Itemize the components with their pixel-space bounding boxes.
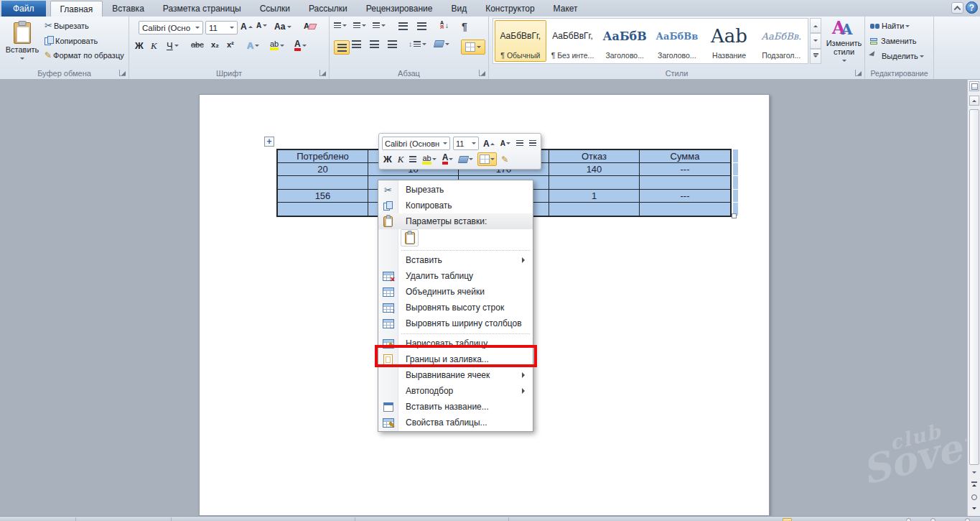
- view-mode-button[interactable]: [783, 518, 792, 521]
- menu-item-merge-cells[interactable]: Объединить ячейки: [378, 284, 533, 300]
- style-card-subtitle[interactable]: АаБбВв. Подзагол...: [755, 20, 807, 62]
- mini-shrink-font-button[interactable]: А: [499, 137, 512, 150]
- table-cell[interactable]: 140: [549, 163, 640, 176]
- change-case-button[interactable]: Аа: [274, 22, 291, 32]
- menu-item-insert-caption[interactable]: Вставить название...: [378, 399, 533, 415]
- gallery-more-button[interactable]: [810, 49, 821, 64]
- shading-button[interactable]: [434, 40, 449, 47]
- gallery-scroll-up-button[interactable]: [810, 18, 821, 33]
- dialog-launcher-paragraph[interactable]: [479, 70, 485, 76]
- increase-indent-button[interactable]: [417, 22, 426, 30]
- menu-item-insert[interactable]: Вставить: [378, 252, 533, 268]
- mini-shading-button[interactable]: [457, 152, 475, 166]
- menu-item-delete-table[interactable]: ✕ Удалить таблицу: [378, 268, 533, 284]
- table-cell[interactable]: 1: [549, 190, 640, 203]
- menu-item-autofit[interactable]: Автоподбор: [378, 383, 533, 399]
- table-resize-handle[interactable]: [732, 213, 737, 218]
- zoom-in-control[interactable]: [965, 518, 970, 521]
- align-center-button[interactable]: [352, 40, 361, 48]
- style-card-normal[interactable]: АаБбВвГг, ¶ Обычный: [495, 20, 546, 62]
- tab-table-design[interactable]: Конструктор: [476, 1, 543, 17]
- table-move-handle[interactable]: +: [264, 137, 274, 147]
- table-cell[interactable]: [549, 203, 640, 216]
- style-card-heading2[interactable]: АаБбВв Заголово...: [651, 20, 703, 62]
- paste-keep-formatting-button[interactable]: [401, 229, 419, 246]
- italic-button[interactable]: К: [151, 40, 157, 52]
- table-cell[interactable]: [549, 176, 640, 189]
- menu-item-copy[interactable]: Копировать: [378, 198, 533, 213]
- table-cell[interactable]: Сумма: [640, 150, 730, 163]
- change-styles-button[interactable]: АА Изменить стили: [824, 19, 864, 64]
- mini-font-color-button[interactable]: А: [441, 152, 455, 166]
- mini-bold-button[interactable]: Ж: [382, 152, 393, 166]
- previous-page-button[interactable]: [969, 480, 979, 490]
- mini-italic-button[interactable]: К: [396, 152, 406, 166]
- dialog-launcher-clipboard[interactable]: [119, 70, 126, 76]
- mini-borders-button[interactable]: [477, 152, 497, 166]
- menu-item-cut[interactable]: ✂ Вырезать: [378, 182, 533, 198]
- table-cell[interactable]: [640, 203, 730, 216]
- dialog-launcher-styles[interactable]: [855, 70, 862, 76]
- grow-font-button[interactable]: А: [241, 22, 253, 32]
- scroll-up-button[interactable]: [969, 96, 979, 106]
- menu-item-distribute-columns[interactable]: ↔ Выровнять ширину столбцов: [378, 315, 533, 331]
- superscript-button[interactable]: х²: [227, 40, 234, 49]
- format-painter-button[interactable]: ✎ Формат по образцу: [45, 51, 124, 60]
- mini-font-size-combo[interactable]: 11: [453, 137, 479, 150]
- mini-decrease-indent-button[interactable]: [515, 137, 525, 150]
- tab-file[interactable]: Файл: [1, 1, 46, 17]
- tab-review[interactable]: Рецензирование: [357, 1, 442, 17]
- mini-increase-indent-button[interactable]: [528, 137, 538, 150]
- bold-button[interactable]: Ж: [135, 40, 144, 51]
- tab-view[interactable]: Вид: [442, 1, 476, 17]
- mini-font-name-combo[interactable]: Calibri (Основн: [382, 137, 450, 150]
- scrollbar-thumb[interactable]: [969, 109, 979, 465]
- table-cell[interactable]: [278, 203, 368, 216]
- decrease-indent-button[interactable]: [398, 22, 408, 30]
- help-button[interactable]: ?: [966, 1, 978, 14]
- menu-item-table-properties[interactable]: ✎ Свойства таблицы...: [378, 415, 533, 430]
- gallery-scroll-down-button[interactable]: [810, 33, 821, 48]
- numbering-button[interactable]: [353, 22, 366, 29]
- tab-references[interactable]: Ссылки: [251, 1, 299, 17]
- underline-button[interactable]: Ч: [167, 40, 179, 51]
- menu-item-cell-alignment[interactable]: Выравнивание ячеек: [378, 367, 533, 383]
- collapse-ribbon-button[interactable]: [951, 2, 963, 14]
- table-cell[interactable]: 20: [278, 163, 368, 176]
- dialog-launcher-font[interactable]: [319, 70, 326, 76]
- table-cell[interactable]: [640, 176, 730, 189]
- paste-button[interactable]: Вставить: [4, 19, 41, 65]
- tab-home[interactable]: Главная: [50, 1, 103, 17]
- sort-button[interactable]: АЯ ↓: [440, 21, 449, 29]
- borders-button[interactable]: [461, 40, 485, 55]
- font-color-button[interactable]: А: [294, 40, 307, 51]
- multilevel-list-button[interactable]: [373, 22, 386, 29]
- table-cell[interactable]: [278, 176, 368, 189]
- shrink-font-button[interactable]: А: [256, 22, 267, 29]
- find-button[interactable]: Найти: [870, 22, 910, 30]
- style-card-no-spacing[interactable]: АаБбВвГг, ¶ Без инте...: [547, 20, 599, 62]
- table-cell[interactable]: Отказ: [549, 150, 640, 163]
- next-page-button[interactable]: [969, 504, 979, 514]
- replace-button[interactable]: Заменить: [870, 37, 916, 45]
- tab-mailings[interactable]: Рассылки: [299, 1, 357, 17]
- scroll-down-button[interactable]: [969, 468, 979, 478]
- table-cell[interactable]: ---: [640, 163, 730, 176]
- style-card-heading1[interactable]: АаБбВ Заголово...: [599, 20, 650, 62]
- align-right-button[interactable]: [370, 40, 379, 48]
- zoom-out-control[interactable]: [906, 518, 911, 521]
- strikethrough-button[interactable]: abc: [191, 40, 204, 49]
- ruler-toggle-button[interactable]: [969, 81, 979, 91]
- tab-page-layout[interactable]: Разметка страницы: [154, 1, 251, 17]
- bullets-button[interactable]: [334, 22, 347, 29]
- zoom-slider-handle[interactable]: [930, 518, 935, 521]
- text-highlight-button[interactable]: ab: [270, 40, 284, 50]
- clear-formatting-button[interactable]: А: [304, 22, 309, 30]
- select-browse-object-button[interactable]: [969, 492, 979, 502]
- vertical-scrollbar[interactable]: [967, 80, 980, 516]
- mini-grow-font-button[interactable]: А: [482, 137, 496, 150]
- tab-insert[interactable]: Вставка: [103, 1, 154, 17]
- copy-button[interactable]: Копировать: [45, 36, 98, 45]
- line-spacing-button[interactable]: ↕: [409, 40, 426, 48]
- cut-button[interactable]: ✂ Вырезать: [45, 21, 89, 30]
